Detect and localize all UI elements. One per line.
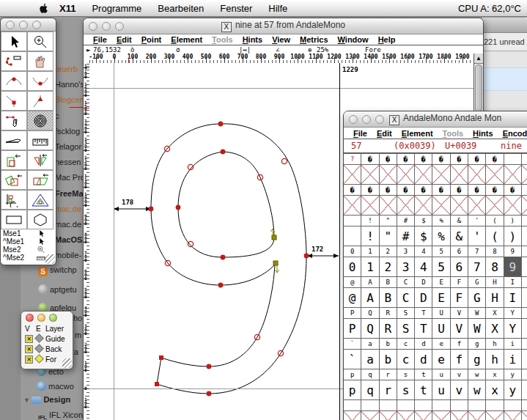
advance-width-line[interactable] xyxy=(339,63,340,420)
charmap-cell-glyph[interactable]: h xyxy=(486,350,504,369)
glyph-menu-file[interactable]: File xyxy=(93,35,107,44)
corner-point-tool[interactable] xyxy=(1,91,27,111)
charmap-cell-glyph[interactable]: p xyxy=(344,380,361,400)
layer-editable-diamond[interactable] xyxy=(34,354,44,364)
charmap-cell-glyph[interactable] xyxy=(397,196,415,215)
charmap-cell-glyph[interactable] xyxy=(522,411,527,420)
charmap-cell-glyph[interactable]: 3 xyxy=(397,257,415,277)
scale-tool[interactable] xyxy=(1,150,27,170)
charmap-cell-glyph[interactable] xyxy=(432,196,450,215)
zoom-button[interactable] xyxy=(49,314,57,322)
fontview-menu-file[interactable]: File xyxy=(353,129,367,138)
glyph-menu-window[interactable]: Window xyxy=(338,35,369,44)
selected-point[interactable] xyxy=(273,261,278,265)
charmap-cell-glyph[interactable]: 7 xyxy=(468,257,486,277)
ruler-tool[interactable] xyxy=(27,130,54,150)
charmap-cell-glyph[interactable] xyxy=(451,165,468,185)
fontview-menu-encoding[interactable]: Encoding xyxy=(503,129,527,138)
charmap-cell-glyph[interactable]: G xyxy=(468,288,486,308)
feed-item-blogcen[interactable]: Blogcen xyxy=(55,95,84,104)
glyph-menu-metrics[interactable]: Metrics xyxy=(300,35,328,44)
fontview-menu-tools[interactable]: Tools xyxy=(443,129,464,138)
charmap-cell-glyph[interactable]: b xyxy=(380,350,397,369)
charmap-cell-glyph[interactable]: W xyxy=(468,319,486,339)
layers-resize-grip[interactable] xyxy=(62,358,72,368)
charmap-cell-glyph[interactable]: ! xyxy=(361,226,379,246)
charmap-cell-glyph[interactable]: C xyxy=(397,288,415,308)
charmap-cell-glyph[interactable]: " xyxy=(380,226,397,246)
layer-visible-checkbox[interactable]: ✕ xyxy=(25,335,33,343)
feed-item-macwo[interactable]: macwo xyxy=(37,381,74,391)
charmap-cell-glyph[interactable]: a xyxy=(361,350,379,369)
hvcurve-point-tool[interactable] xyxy=(27,71,54,91)
on-curve-point[interactable] xyxy=(304,254,309,259)
charmap-cell-glyph[interactable]: B xyxy=(380,288,397,308)
close-button[interactable] xyxy=(349,115,358,124)
feed-item-fscklog[interactable]: fscklog xyxy=(55,127,80,136)
charmap-cell-glyph[interactable] xyxy=(397,165,415,185)
layer-visible-checkbox[interactable]: ✕ xyxy=(25,345,33,353)
menu-fenster[interactable]: Fenster xyxy=(220,3,252,14)
feed-item-macpro[interactable]: Mac Pro xyxy=(55,173,85,182)
charmap-cell-glyph[interactable]: 8 xyxy=(486,257,504,277)
rectangle-tool[interactable] xyxy=(1,210,27,229)
charmap-cell-glyph[interactable]: D xyxy=(415,288,432,308)
charmap-cell-glyph[interactable] xyxy=(451,411,468,420)
charmap-cell-glyph[interactable] xyxy=(486,411,504,420)
layer-name[interactable]: Guide xyxy=(45,335,65,343)
charmap-cell-glyph[interactable] xyxy=(361,411,379,420)
charmap-cell-glyph[interactable]: 5 xyxy=(432,257,450,277)
charmap-cell-glyph[interactable]: t xyxy=(415,380,432,400)
charmap-cell-glyph[interactable] xyxy=(344,226,361,246)
charmap-cell-glyph[interactable]: 1 xyxy=(361,257,379,277)
charmap-cell-glyph[interactable]: @ xyxy=(344,288,361,308)
glyph-menu-help[interactable]: Help xyxy=(378,35,396,44)
glyph-window-titlebar[interactable]: Xnine at 57 from AndaleMono xyxy=(84,18,483,34)
charmap-cell-glyph[interactable]: ( xyxy=(486,226,504,246)
scrollbar-thumb[interactable] xyxy=(475,65,482,111)
charmap-cell-glyph[interactable] xyxy=(432,411,450,420)
charmap-cell-glyph[interactable]: P xyxy=(344,319,361,339)
feed-item-hannos[interactable]: Hanno's xyxy=(55,80,84,89)
charmap-cell-glyph[interactable]: q xyxy=(361,380,379,400)
feed-item-nessen[interactable]: nessen xyxy=(55,158,81,166)
layer-editable-diamond[interactable] xyxy=(34,334,44,343)
glyph-menu-hints[interactable]: Hints xyxy=(243,35,263,44)
close-button[interactable] xyxy=(6,21,15,29)
charmap-cell-glyph[interactable] xyxy=(504,165,522,185)
flip-tool[interactable] xyxy=(27,150,54,170)
fontview-menu-hints[interactable]: Hints xyxy=(473,129,493,138)
menu-hilfe[interactable]: Hilfe xyxy=(268,3,287,14)
on-curve-point[interactable] xyxy=(149,207,154,212)
charmap-cell-glyph[interactable] xyxy=(344,411,361,420)
charmap-cell-glyph[interactable] xyxy=(397,411,415,420)
layer-name[interactable]: Back xyxy=(45,345,62,353)
perspective-tool[interactable] xyxy=(27,190,54,210)
charmap-cell-glyph[interactable]: : xyxy=(522,257,527,277)
charmap-cell-glyph[interactable]: z xyxy=(522,380,527,400)
magnify-tool[interactable] xyxy=(27,32,54,51)
skew-tool[interactable] xyxy=(27,170,54,190)
charmap-cell-glyph[interactable] xyxy=(415,165,432,185)
glyph-inner-contour[interactable] xyxy=(178,152,274,257)
charmap-cell-glyph[interactable]: 2 xyxy=(380,257,397,277)
charmap-cell-glyph[interactable]: e xyxy=(432,350,450,369)
feed-item-switchp[interactable]: Sswitchp xyxy=(38,265,77,276)
charmap-cell-glyph[interactable]: 6 xyxy=(451,257,468,277)
charmap-cell-glyph[interactable]: V xyxy=(451,319,468,339)
charmap-cell-glyph[interactable]: Q xyxy=(361,319,379,339)
minimize-button[interactable] xyxy=(19,21,28,29)
on-curve-point[interactable] xyxy=(218,283,224,288)
charmap-cell-glyph[interactable] xyxy=(468,196,486,215)
charmap-cell-glyph[interactable]: T xyxy=(415,319,432,339)
on-curve-point[interactable] xyxy=(176,205,181,210)
menu-bearbeiten[interactable]: Bearbeiten xyxy=(158,3,204,14)
charmap-cell-glyph[interactable]: E xyxy=(432,288,450,308)
charmap-cell-glyph[interactable] xyxy=(486,196,504,215)
charmap-cell-glyph[interactable]: # xyxy=(397,226,415,246)
zoom-button[interactable] xyxy=(32,21,41,29)
feed-item-teuerb[interactable]: teuerb xyxy=(55,65,78,73)
charmap-cell-glyph[interactable]: w xyxy=(468,380,486,400)
mail-selected-row[interactable] xyxy=(482,67,527,91)
knife-tool[interactable] xyxy=(1,130,27,150)
